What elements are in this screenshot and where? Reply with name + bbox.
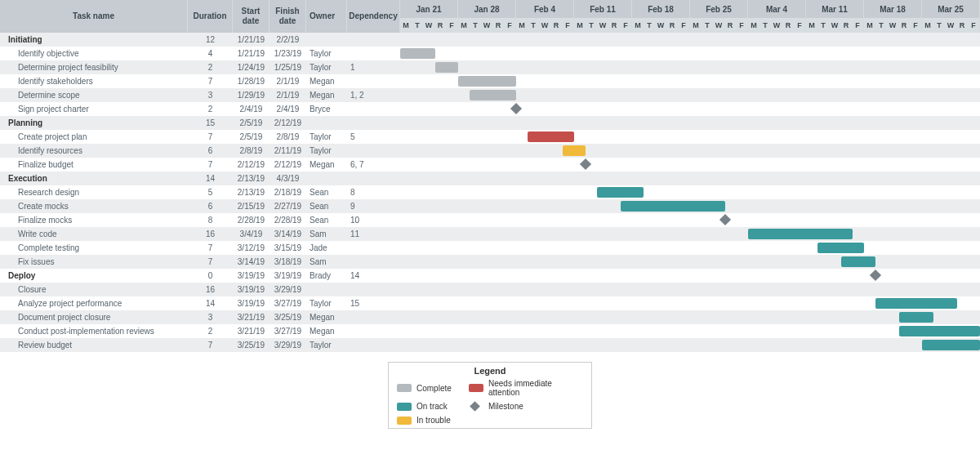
cell-dep [347,255,400,269]
day-label: F [504,18,515,33]
task-row: Analyze project performance143/19/193/27… [0,296,980,310]
col-header-task: Task name [0,0,188,33]
day-label: W [713,18,724,33]
cell-finish: 2/1/19 [270,88,306,102]
cell-dur: 7 [188,255,233,269]
gantt-bar [899,326,980,336]
chart-cell [400,60,980,74]
week-label: Jan 21 [400,0,457,18]
cell-owner: Sam [306,227,347,241]
col-header-finish: Finish date [270,0,306,33]
day-label: W [423,18,434,33]
chart-cell [400,324,980,338]
chart-cell [400,296,980,310]
day-label: R [782,18,794,33]
cell-dep [347,47,400,60]
gantt-bar [597,187,644,198]
milestone-marker [870,270,881,281]
cell-owner: Sean [306,199,347,213]
task-row: Create project plan72/5/192/8/19Taylor5 [0,130,980,144]
legend-milestone-icon [470,401,480,412]
cell-task: Determine scope [0,88,188,102]
cell-finish: 2/12/19 [270,158,306,172]
day-label: M [574,18,586,33]
cell-start: 2/12/19 [233,158,270,172]
cell-dep: 1 [347,60,400,74]
day-label: R [956,18,968,33]
cell-finish: 3/29/19 [270,338,306,352]
cell-start: 1/24/19 [233,60,270,74]
cell-dur: 12 [188,33,233,47]
cell-task: Fix issues [0,255,188,269]
cell-dep [347,172,400,185]
cell-dep [347,338,400,352]
day-label: R [550,18,562,33]
day-label: W [829,18,840,33]
col-header-start: Start date [233,0,270,33]
week-label: Feb 18 [632,0,689,18]
cell-owner: Megan [306,310,347,324]
legend-swatch-trouble [397,417,412,425]
milestone-marker [719,214,731,225]
day-label: M [400,18,412,33]
day-label: F [794,18,805,33]
cell-start: 2/13/19 [233,172,270,185]
day-label: W [945,18,956,33]
day-label: R [492,18,504,33]
chart-cell [400,213,980,227]
day-label: F [852,18,863,33]
day-label: T [875,18,887,33]
header-row-1: Task name Duration Start date Finish dat… [0,0,980,33]
legend: Legend Complete Needs immediate attentio… [388,362,592,429]
cell-dep: 11 [347,227,400,241]
day-label: F [446,18,457,33]
cell-owner: Taylor [306,47,347,60]
task-row: Write code163/4/193/14/19Sam11 [0,227,980,241]
cell-dep: 9 [347,199,400,213]
cell-task: Finalize mocks [0,213,188,227]
task-row: Identify resources62/8/192/11/19Taylor [0,144,980,158]
chart-cell [400,172,980,185]
cell-dur: 16 [188,283,233,296]
cell-dur: 8 [188,213,233,227]
week-label: Feb 11 [574,0,631,18]
cell-task: Identify stakeholders [0,74,188,88]
gantt-bar [470,90,516,100]
task-row: Sign project charter22/4/192/4/19Bryce [0,102,980,116]
week-label: Mar 25 [922,0,979,18]
chart-cell [400,269,980,283]
week-label: Mar 4 [748,0,805,18]
gantt-bar [875,298,956,309]
cell-owner [306,116,347,130]
cell-dur: 6 [188,199,233,213]
task-row: Create mocks62/15/192/27/19Sean9 [0,199,980,213]
cell-task: Planning [0,116,188,130]
gantt-bar [621,201,725,212]
cell-start: 1/21/19 [233,47,270,60]
cell-task: Analyze project performance [0,296,188,310]
week-label: Feb 25 [690,0,747,18]
phase-row: Execution142/13/194/3/19 [0,172,980,185]
col-header-duration: Duration [188,0,233,33]
cell-owner [306,283,347,296]
cell-dur: 6 [188,144,233,158]
cell-start: 2/13/19 [233,185,270,199]
day-label: T [817,18,829,33]
day-label: T [760,18,771,33]
legend-swatch-complete [397,384,412,392]
cell-dep: 10 [347,213,400,227]
cell-dur: 2 [188,102,233,116]
cell-task: Execution [0,172,188,185]
cell-start: 2/5/19 [233,116,270,130]
gantt-bar [922,340,980,350]
cell-task: Identify objective [0,47,188,60]
cell-owner: Taylor [306,60,347,74]
gantt-bar [458,76,516,87]
gantt-bar [748,229,853,239]
task-row: Determine scope31/29/192/1/19Megan1, 2 [0,88,980,102]
day-label: R [666,18,678,33]
cell-dep [347,324,400,338]
cell-dur: 7 [188,74,233,88]
legend-swatch-attention [469,384,483,392]
day-label: R [724,18,736,33]
